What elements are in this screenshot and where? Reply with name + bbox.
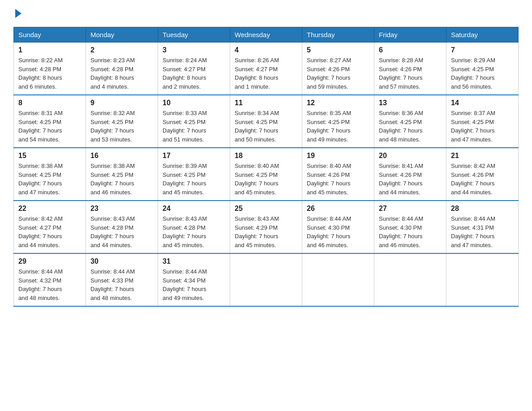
- calendar-cell: 8 Sunrise: 8:31 AM Sunset: 4:25 PM Dayli…: [14, 95, 86, 148]
- day-number: 27: [379, 205, 442, 213]
- day-info: Sunrise: 8:27 AM Sunset: 4:26 PM Dayligh…: [307, 56, 369, 91]
- day-number: 6: [379, 46, 442, 54]
- calendar-cell: 10 Sunrise: 8:33 AM Sunset: 4:25 PM Dayl…: [158, 95, 230, 148]
- calendar-week-1: 1 Sunrise: 8:22 AM Sunset: 4:28 PM Dayli…: [14, 43, 519, 95]
- day-info: Sunrise: 8:43 AM Sunset: 4:29 PM Dayligh…: [235, 214, 297, 249]
- logo-blue: [13, 9, 21, 18]
- calendar-table: SundayMondayTuesdayWednesdayThursdayFrid…: [13, 27, 519, 307]
- day-number: 9: [90, 99, 153, 107]
- day-number: 13: [379, 99, 442, 107]
- day-info: Sunrise: 8:44 AM Sunset: 4:34 PM Dayligh…: [163, 267, 225, 302]
- day-number: 12: [307, 99, 369, 107]
- calendar-cell: 6 Sunrise: 8:28 AM Sunset: 4:26 PM Dayli…: [374, 43, 446, 95]
- day-number: 15: [18, 152, 81, 160]
- calendar-cell: 24 Sunrise: 8:43 AM Sunset: 4:28 PM Dayl…: [158, 201, 230, 253]
- day-info: Sunrise: 8:32 AM Sunset: 4:25 PM Dayligh…: [90, 109, 153, 144]
- calendar-cell: 18 Sunrise: 8:40 AM Sunset: 4:25 PM Dayl…: [230, 148, 302, 201]
- calendar-cell: [302, 253, 374, 306]
- day-info: Sunrise: 8:37 AM Sunset: 4:25 PM Dayligh…: [451, 109, 514, 144]
- calendar-cell: 29 Sunrise: 8:44 AM Sunset: 4:32 PM Dayl…: [14, 253, 86, 306]
- day-number: 31: [163, 257, 225, 265]
- day-info: Sunrise: 8:40 AM Sunset: 4:25 PM Dayligh…: [235, 162, 297, 197]
- day-info: Sunrise: 8:35 AM Sunset: 4:25 PM Dayligh…: [307, 109, 369, 144]
- calendar-cell: 19 Sunrise: 8:40 AM Sunset: 4:26 PM Dayl…: [302, 148, 374, 201]
- day-number: 24: [163, 205, 225, 213]
- day-info: Sunrise: 8:39 AM Sunset: 4:25 PM Dayligh…: [163, 162, 225, 197]
- day-info: Sunrise: 8:24 AM Sunset: 4:27 PM Dayligh…: [163, 56, 225, 91]
- day-info: Sunrise: 8:41 AM Sunset: 4:26 PM Dayligh…: [379, 162, 442, 197]
- calendar-cell: 16 Sunrise: 8:38 AM Sunset: 4:25 PM Dayl…: [86, 148, 158, 201]
- day-number: 23: [90, 205, 153, 213]
- day-info: Sunrise: 8:40 AM Sunset: 4:26 PM Dayligh…: [307, 162, 369, 197]
- day-info: Sunrise: 8:44 AM Sunset: 4:31 PM Dayligh…: [451, 214, 514, 249]
- calendar-cell: 12 Sunrise: 8:35 AM Sunset: 4:25 PM Dayl…: [302, 95, 374, 148]
- day-number: 25: [235, 205, 297, 213]
- calendar-cell: 15 Sunrise: 8:38 AM Sunset: 4:25 PM Dayl…: [14, 148, 86, 201]
- day-number: 30: [90, 257, 153, 265]
- day-info: Sunrise: 8:38 AM Sunset: 4:25 PM Dayligh…: [18, 162, 81, 197]
- logo: [13, 9, 21, 18]
- calendar-cell: 3 Sunrise: 8:24 AM Sunset: 4:27 PM Dayli…: [158, 43, 230, 95]
- day-number: 1: [18, 46, 81, 54]
- day-info: Sunrise: 8:43 AM Sunset: 4:28 PM Dayligh…: [90, 214, 153, 249]
- day-info: Sunrise: 8:31 AM Sunset: 4:25 PM Dayligh…: [18, 109, 81, 144]
- day-number: 2: [90, 46, 153, 54]
- calendar-cell: 17 Sunrise: 8:39 AM Sunset: 4:25 PM Dayl…: [158, 148, 230, 201]
- calendar-week-4: 22 Sunrise: 8:42 AM Sunset: 4:27 PM Dayl…: [14, 201, 519, 253]
- calendar-cell: 20 Sunrise: 8:41 AM Sunset: 4:26 PM Dayl…: [374, 148, 446, 201]
- calendar-cell: 2 Sunrise: 8:23 AM Sunset: 4:28 PM Dayli…: [86, 43, 158, 95]
- day-number: 16: [90, 152, 153, 160]
- calendar-week-2: 8 Sunrise: 8:31 AM Sunset: 4:25 PM Dayli…: [14, 95, 519, 148]
- day-info: Sunrise: 8:34 AM Sunset: 4:25 PM Dayligh…: [235, 109, 297, 144]
- day-info: Sunrise: 8:42 AM Sunset: 4:27 PM Dayligh…: [18, 214, 81, 249]
- day-info: Sunrise: 8:33 AM Sunset: 4:25 PM Dayligh…: [163, 109, 225, 144]
- calendar-cell: 28 Sunrise: 8:44 AM Sunset: 4:31 PM Dayl…: [446, 201, 519, 253]
- calendar-cell: 11 Sunrise: 8:34 AM Sunset: 4:25 PM Dayl…: [230, 95, 302, 148]
- weekday-header-tuesday: Tuesday: [158, 27, 230, 43]
- weekday-header-friday: Friday: [374, 27, 446, 43]
- page-header: [13, 9, 519, 18]
- day-info: Sunrise: 8:26 AM Sunset: 4:27 PM Dayligh…: [235, 56, 297, 91]
- calendar-cell: [230, 253, 302, 306]
- day-number: 22: [18, 205, 81, 213]
- weekday-header-saturday: Saturday: [446, 27, 519, 43]
- day-info: Sunrise: 8:44 AM Sunset: 4:30 PM Dayligh…: [379, 214, 442, 249]
- calendar-cell: 14 Sunrise: 8:37 AM Sunset: 4:25 PM Dayl…: [446, 95, 519, 148]
- calendar-cell: 23 Sunrise: 8:43 AM Sunset: 4:28 PM Dayl…: [86, 201, 158, 253]
- day-info: Sunrise: 8:42 AM Sunset: 4:26 PM Dayligh…: [451, 162, 514, 197]
- calendar-cell: 30 Sunrise: 8:44 AM Sunset: 4:33 PM Dayl…: [86, 253, 158, 306]
- day-number: 5: [307, 46, 369, 54]
- calendar-cell: 4 Sunrise: 8:26 AM Sunset: 4:27 PM Dayli…: [230, 43, 302, 95]
- calendar-cell: [374, 253, 446, 306]
- day-number: 14: [451, 99, 514, 107]
- calendar-cell: 7 Sunrise: 8:29 AM Sunset: 4:25 PM Dayli…: [446, 43, 519, 95]
- calendar-cell: 5 Sunrise: 8:27 AM Sunset: 4:26 PM Dayli…: [302, 43, 374, 95]
- calendar-cell: 25 Sunrise: 8:43 AM Sunset: 4:29 PM Dayl…: [230, 201, 302, 253]
- calendar-cell: 31 Sunrise: 8:44 AM Sunset: 4:34 PM Dayl…: [158, 253, 230, 306]
- calendar-cell: 13 Sunrise: 8:36 AM Sunset: 4:25 PM Dayl…: [374, 95, 446, 148]
- day-number: 19: [307, 152, 369, 160]
- calendar-cell: 21 Sunrise: 8:42 AM Sunset: 4:26 PM Dayl…: [446, 148, 519, 201]
- weekday-header-sunday: Sunday: [14, 27, 86, 43]
- day-number: 21: [451, 152, 514, 160]
- day-info: Sunrise: 8:38 AM Sunset: 4:25 PM Dayligh…: [90, 162, 153, 197]
- day-number: 11: [235, 99, 297, 107]
- day-number: 29: [18, 257, 81, 265]
- day-info: Sunrise: 8:36 AM Sunset: 4:25 PM Dayligh…: [379, 109, 442, 144]
- calendar-week-3: 15 Sunrise: 8:38 AM Sunset: 4:25 PM Dayl…: [14, 148, 519, 201]
- day-number: 28: [451, 205, 514, 213]
- day-info: Sunrise: 8:44 AM Sunset: 4:32 PM Dayligh…: [18, 267, 81, 302]
- day-number: 8: [18, 99, 81, 107]
- day-number: 17: [163, 152, 225, 160]
- day-info: Sunrise: 8:28 AM Sunset: 4:26 PM Dayligh…: [379, 56, 442, 91]
- day-number: 20: [379, 152, 442, 160]
- day-info: Sunrise: 8:29 AM Sunset: 4:25 PM Dayligh…: [451, 56, 514, 91]
- logo-arrow-icon: [15, 9, 21, 18]
- day-number: 10: [163, 99, 225, 107]
- day-info: Sunrise: 8:22 AM Sunset: 4:28 PM Dayligh…: [18, 56, 81, 91]
- weekday-header-wednesday: Wednesday: [230, 27, 302, 43]
- weekday-header-thursday: Thursday: [302, 27, 374, 43]
- calendar-week-5: 29 Sunrise: 8:44 AM Sunset: 4:32 PM Dayl…: [14, 253, 519, 306]
- day-info: Sunrise: 8:43 AM Sunset: 4:28 PM Dayligh…: [163, 214, 225, 249]
- day-number: 7: [451, 46, 514, 54]
